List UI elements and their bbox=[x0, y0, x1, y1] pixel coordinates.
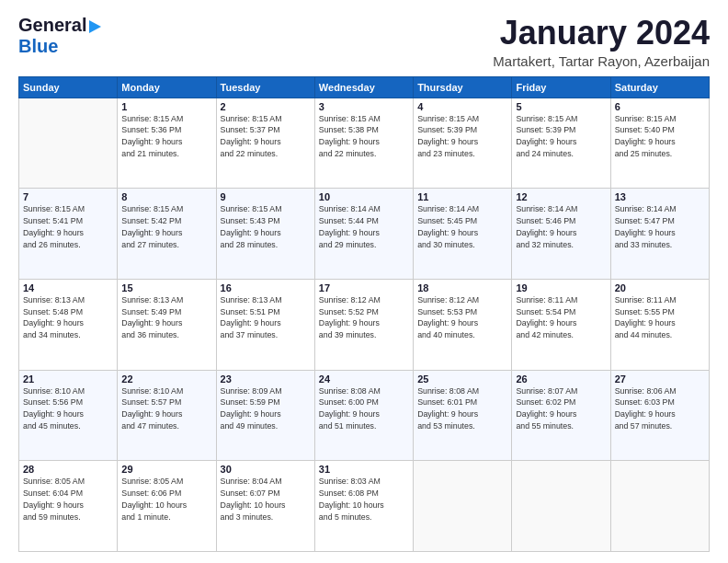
day-number: 30 bbox=[221, 464, 311, 475]
calendar-cell: 15Sunrise: 8:13 AMSunset: 5:49 PMDayligh… bbox=[118, 279, 216, 370]
calendar-cell: 5Sunrise: 8:15 AMSunset: 5:39 PMDaylight… bbox=[512, 98, 610, 189]
cell-details: Sunrise: 8:15 AMSunset: 5:40 PMDaylight:… bbox=[615, 113, 705, 160]
cell-details: Sunrise: 8:10 AMSunset: 5:57 PMDaylight:… bbox=[121, 385, 211, 432]
calendar-cell bbox=[19, 98, 118, 189]
calendar-week-row: 1Sunrise: 8:15 AMSunset: 5:36 PMDaylight… bbox=[19, 98, 710, 189]
calendar-cell: 16Sunrise: 8:13 AMSunset: 5:51 PMDayligh… bbox=[216, 279, 314, 370]
calendar-cell: 29Sunrise: 8:05 AMSunset: 6:06 PMDayligh… bbox=[118, 461, 216, 552]
cell-details: Sunrise: 8:08 AMSunset: 6:01 PMDaylight:… bbox=[417, 385, 507, 432]
logo-blue: Blue bbox=[18, 36, 58, 56]
main-title: January 2024 bbox=[493, 15, 710, 52]
calendar-cell: 28Sunrise: 8:05 AMSunset: 6:04 PMDayligh… bbox=[19, 461, 118, 552]
calendar-cell: 2Sunrise: 8:15 AMSunset: 5:37 PMDaylight… bbox=[216, 98, 314, 189]
cell-details: Sunrise: 8:12 AMSunset: 5:52 PMDaylight:… bbox=[319, 294, 409, 341]
cell-details: Sunrise: 8:06 AMSunset: 6:03 PMDaylight:… bbox=[615, 385, 705, 432]
calendar-cell: 23Sunrise: 8:09 AMSunset: 5:59 PMDayligh… bbox=[216, 370, 314, 461]
calendar-cell: 22Sunrise: 8:10 AMSunset: 5:57 PMDayligh… bbox=[118, 370, 216, 461]
calendar-week-row: 21Sunrise: 8:10 AMSunset: 5:56 PMDayligh… bbox=[19, 370, 710, 461]
day-number: 10 bbox=[319, 191, 409, 202]
calendar-cell bbox=[610, 461, 709, 552]
cell-details: Sunrise: 8:11 AMSunset: 5:54 PMDaylight:… bbox=[516, 294, 606, 341]
calendar-cell bbox=[414, 461, 512, 552]
calendar-day-header: Thursday bbox=[414, 76, 512, 98]
calendar-cell: 13Sunrise: 8:14 AMSunset: 5:47 PMDayligh… bbox=[610, 189, 709, 280]
day-number: 5 bbox=[516, 101, 606, 112]
day-number: 25 bbox=[417, 373, 507, 385]
calendar-day-header: Wednesday bbox=[314, 76, 413, 98]
cell-details: Sunrise: 8:14 AMSunset: 5:44 PMDaylight:… bbox=[319, 203, 409, 250]
day-number: 14 bbox=[23, 282, 113, 293]
subtitle: Martakert, Tartar Rayon, Azerbaijan bbox=[493, 53, 710, 69]
day-number: 7 bbox=[23, 191, 113, 202]
day-number: 28 bbox=[23, 464, 113, 475]
cell-details: Sunrise: 8:11 AMSunset: 5:55 PMDaylight:… bbox=[615, 294, 705, 341]
day-number: 13 bbox=[615, 191, 705, 202]
cell-details: Sunrise: 8:08 AMSunset: 6:00 PMDaylight:… bbox=[319, 385, 409, 432]
calendar-cell: 26Sunrise: 8:07 AMSunset: 6:02 PMDayligh… bbox=[512, 370, 610, 461]
day-number: 22 bbox=[121, 373, 211, 385]
cell-details: Sunrise: 8:14 AMSunset: 5:46 PMDaylight:… bbox=[516, 203, 606, 250]
day-number: 9 bbox=[221, 191, 311, 202]
calendar-cell: 21Sunrise: 8:10 AMSunset: 5:56 PMDayligh… bbox=[19, 370, 118, 461]
day-number: 27 bbox=[615, 373, 705, 385]
day-number: 2 bbox=[221, 101, 311, 112]
cell-details: Sunrise: 8:15 AMSunset: 5:41 PMDaylight:… bbox=[23, 203, 113, 250]
calendar-cell: 30Sunrise: 8:04 AMSunset: 6:07 PMDayligh… bbox=[216, 461, 314, 552]
calendar-cell: 25Sunrise: 8:08 AMSunset: 6:01 PMDayligh… bbox=[414, 370, 512, 461]
day-number: 11 bbox=[417, 191, 507, 202]
cell-details: Sunrise: 8:03 AMSunset: 6:08 PMDaylight:… bbox=[319, 476, 409, 523]
day-number: 15 bbox=[121, 282, 211, 293]
calendar-cell: 17Sunrise: 8:12 AMSunset: 5:52 PMDayligh… bbox=[314, 279, 413, 370]
calendar-cell: 18Sunrise: 8:12 AMSunset: 5:53 PMDayligh… bbox=[414, 279, 512, 370]
cell-details: Sunrise: 8:15 AMSunset: 5:39 PMDaylight:… bbox=[516, 113, 606, 160]
calendar-day-header: Sunday bbox=[19, 76, 118, 98]
day-number: 8 bbox=[121, 191, 211, 202]
header: General Blue January 2024 Martakert, Tar… bbox=[18, 15, 710, 69]
cell-details: Sunrise: 8:14 AMSunset: 5:45 PMDaylight:… bbox=[417, 203, 507, 250]
day-number: 1 bbox=[121, 101, 211, 112]
cell-details: Sunrise: 8:15 AMSunset: 5:43 PMDaylight:… bbox=[221, 203, 311, 250]
calendar-cell bbox=[512, 461, 610, 552]
day-number: 23 bbox=[221, 373, 311, 385]
calendar-day-header: Friday bbox=[512, 76, 610, 98]
cell-details: Sunrise: 8:05 AMSunset: 6:06 PMDaylight:… bbox=[121, 476, 211, 523]
day-number: 31 bbox=[319, 464, 409, 475]
day-number: 12 bbox=[516, 191, 606, 202]
title-area: January 2024 Martakert, Tartar Rayon, Az… bbox=[493, 15, 710, 69]
calendar-week-row: 28Sunrise: 8:05 AMSunset: 6:04 PMDayligh… bbox=[19, 461, 710, 552]
cell-details: Sunrise: 8:13 AMSunset: 5:49 PMDaylight:… bbox=[121, 294, 211, 341]
calendar-day-header: Saturday bbox=[610, 76, 709, 98]
calendar-header-row: SundayMondayTuesdayWednesdayThursdayFrid… bbox=[19, 76, 710, 98]
cell-details: Sunrise: 8:05 AMSunset: 6:04 PMDaylight:… bbox=[23, 476, 113, 523]
day-number: 17 bbox=[319, 282, 409, 293]
calendar-cell: 19Sunrise: 8:11 AMSunset: 5:54 PMDayligh… bbox=[512, 279, 610, 370]
logo: General Blue bbox=[18, 15, 101, 57]
calendar-cell: 9Sunrise: 8:15 AMSunset: 5:43 PMDaylight… bbox=[216, 189, 314, 280]
day-number: 18 bbox=[417, 282, 507, 293]
calendar-cell: 27Sunrise: 8:06 AMSunset: 6:03 PMDayligh… bbox=[610, 370, 709, 461]
calendar-cell: 11Sunrise: 8:14 AMSunset: 5:45 PMDayligh… bbox=[414, 189, 512, 280]
cell-details: Sunrise: 8:15 AMSunset: 5:39 PMDaylight:… bbox=[417, 113, 507, 160]
page: General Blue January 2024 Martakert, Tar… bbox=[0, 0, 728, 563]
calendar-day-header: Monday bbox=[118, 76, 216, 98]
logo-general: General bbox=[18, 15, 86, 36]
calendar-cell: 10Sunrise: 8:14 AMSunset: 5:44 PMDayligh… bbox=[314, 189, 413, 280]
cell-details: Sunrise: 8:14 AMSunset: 5:47 PMDaylight:… bbox=[615, 203, 705, 250]
calendar-cell: 24Sunrise: 8:08 AMSunset: 6:00 PMDayligh… bbox=[314, 370, 413, 461]
calendar-cell: 1Sunrise: 8:15 AMSunset: 5:36 PMDaylight… bbox=[118, 98, 216, 189]
calendar-week-row: 14Sunrise: 8:13 AMSunset: 5:48 PMDayligh… bbox=[19, 279, 710, 370]
day-number: 24 bbox=[319, 373, 409, 385]
day-number: 4 bbox=[417, 101, 507, 112]
calendar-day-header: Tuesday bbox=[216, 76, 314, 98]
calendar-cell: 4Sunrise: 8:15 AMSunset: 5:39 PMDaylight… bbox=[414, 98, 512, 189]
cell-details: Sunrise: 8:13 AMSunset: 5:48 PMDaylight:… bbox=[23, 294, 113, 341]
cell-details: Sunrise: 8:15 AMSunset: 5:38 PMDaylight:… bbox=[319, 113, 409, 160]
day-number: 20 bbox=[615, 282, 705, 293]
cell-details: Sunrise: 8:09 AMSunset: 5:59 PMDaylight:… bbox=[221, 385, 311, 432]
day-number: 16 bbox=[221, 282, 311, 293]
cell-details: Sunrise: 8:12 AMSunset: 5:53 PMDaylight:… bbox=[417, 294, 507, 341]
cell-details: Sunrise: 8:07 AMSunset: 6:02 PMDaylight:… bbox=[516, 385, 606, 432]
calendar-cell: 20Sunrise: 8:11 AMSunset: 5:55 PMDayligh… bbox=[610, 279, 709, 370]
day-number: 6 bbox=[615, 101, 705, 112]
calendar-cell: 7Sunrise: 8:15 AMSunset: 5:41 PMDaylight… bbox=[19, 189, 118, 280]
